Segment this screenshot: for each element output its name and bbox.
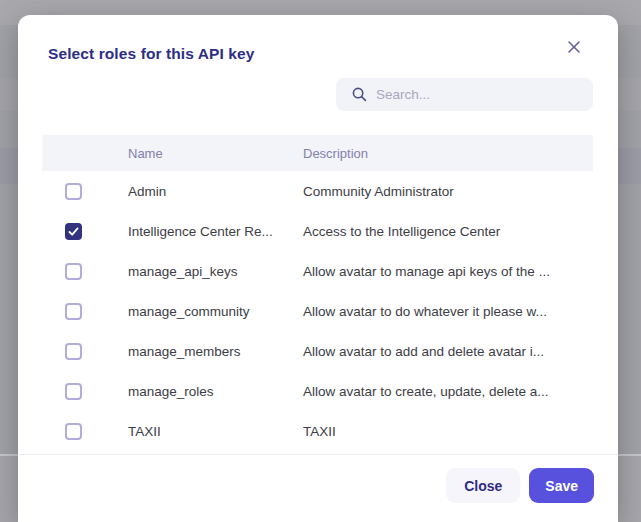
roles-table: Admin Community Administrator Intelligen… [42,171,593,451]
role-description: Allow avatar to manage api keys of the .… [303,264,593,279]
screen: Select roles for this API key Name Descr… [0,0,641,522]
dialog-footer: Close Save [446,468,594,503]
role-name: Admin [128,184,303,199]
table-row: manage_roles Allow avatar to create, upd… [42,371,593,411]
role-checkbox[interactable] [65,343,82,360]
table-row: manage_api_keys Allow avatar to manage a… [42,251,593,291]
role-description: TAXII [303,424,593,439]
role-checkbox[interactable] [65,183,82,200]
role-description: Allow avatar to add and delete avatar i.… [303,344,593,359]
close-icon[interactable] [559,32,589,62]
column-header-description: Description [303,146,593,161]
close-button[interactable]: Close [446,468,520,503]
column-header-name: Name [128,146,303,161]
role-description: Allow avatar to create, update, delete a… [303,384,593,399]
dialog-title: Select roles for this API key [48,45,255,63]
role-name: manage_members [128,344,303,359]
table-header: Name Description [42,135,593,171]
footer-divider [18,454,618,455]
role-checkbox[interactable] [65,263,82,280]
table-row: manage_community Allow avatar to do what… [42,291,593,331]
search-box [336,78,593,111]
table-row: manage_members Allow avatar to add and d… [42,331,593,371]
table-row: Intelligence Center Re... Access to the … [42,211,593,251]
role-checkbox[interactable] [65,303,82,320]
role-name: TAXII [128,424,303,439]
role-description: Access to the Intelligence Center [303,224,593,239]
select-roles-dialog: Select roles for this API key Name Descr… [18,15,618,522]
save-button[interactable]: Save [529,468,594,503]
role-name: manage_api_keys [128,264,303,279]
role-checkbox[interactable] [65,223,82,240]
role-checkbox[interactable] [65,423,82,440]
search-icon [352,87,367,102]
role-checkbox[interactable] [65,383,82,400]
role-description: Allow avatar to do whatever it please w.… [303,304,593,319]
x-icon [567,40,581,54]
role-name: Intelligence Center Re... [128,224,303,239]
role-name: manage_community [128,304,303,319]
table-row: Admin Community Administrator [42,171,593,211]
checkmark-icon [67,225,80,238]
search-input[interactable] [376,87,583,102]
role-name: manage_roles [128,384,303,399]
table-row: TAXII TAXII [42,411,593,451]
role-description: Community Administrator [303,184,593,199]
